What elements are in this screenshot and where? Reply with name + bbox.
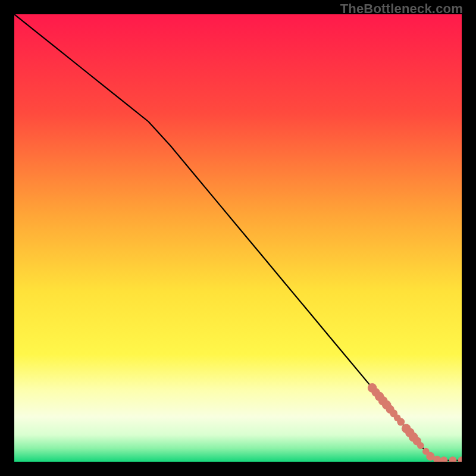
chart-frame: TheBottleneck.com [0, 0, 476, 476]
marker-dot [417, 442, 424, 449]
chart-svg [14, 14, 462, 462]
marker-dot [397, 418, 405, 426]
gradient-background [14, 14, 462, 462]
plot-area [14, 14, 462, 462]
